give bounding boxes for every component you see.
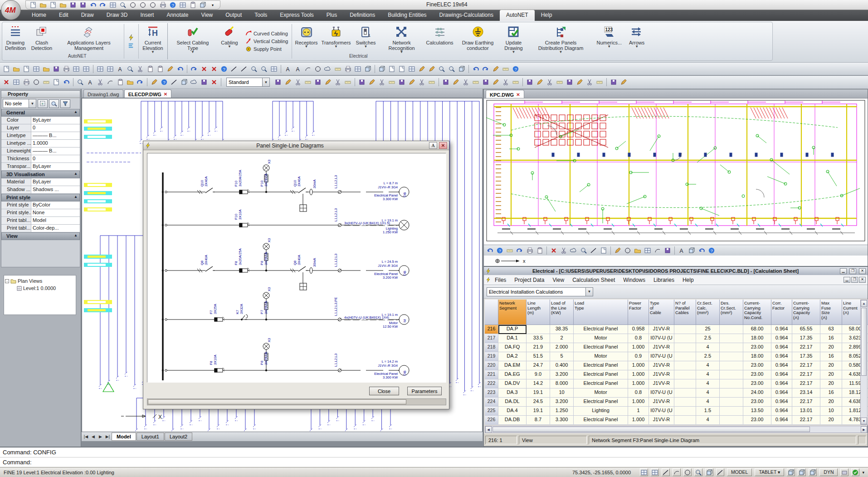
dialog-titlebar[interactable]: Panel Single-Line Diagrams A ✕ [143,141,449,150]
kpc-tool-icon-13[interactable] [623,246,632,255]
table-cell[interactable]: Electrical Panel [574,416,628,425]
collapse-icon[interactable]: ▲ [74,110,78,116]
layout-tab-layout1[interactable]: Layout1 [137,433,164,441]
table-cell[interactable]: 63 [820,325,842,334]
table-cell[interactable]: Electrical Panel [574,398,628,407]
chevron-down-icon[interactable]: ▼ [29,99,36,108]
mdi-close-button[interactable]: ✕ [859,277,866,283]
join-icon[interactable] [170,78,179,87]
hand-icon[interactable] [427,64,436,74]
table-cell[interactable] [720,407,743,416]
table-cell[interactable]: 33.5 [527,334,550,343]
menu-item-drawings-calculations[interactable]: Drawings-Calculations [433,10,500,21]
dim-radius-icon[interactable] [303,78,312,87]
offset-icon[interactable] [76,78,85,87]
table-cell[interactable]: 0.964 [771,343,792,352]
menu-item-plus[interactable]: Plus [320,10,343,21]
ole-icon[interactable] [461,78,470,87]
home-3d-icon[interactable] [198,0,207,10]
xref-icon[interactable] [441,78,450,87]
table-cell[interactable]: 1.5 [696,407,720,416]
annotation-vis-icon[interactable] [798,468,806,476]
table-cell[interactable]: 16 [820,334,842,343]
draw-earthing-button[interactable]: Draw Earthing conductor [455,22,501,60]
table-cell[interactable] [720,416,743,425]
bld-file-icon[interactable] [29,0,38,10]
grid-icon[interactable] [651,468,659,476]
scrollbar-thumb[interactable] [861,308,867,376]
table-cell[interactable]: J1VV-R [649,343,674,352]
kpc-tool-icon-8[interactable] [569,246,578,255]
table-cell[interactable]: DA.3 [498,388,527,398]
table-cell[interactable]: J1VV-R [649,416,674,425]
calculation-type-combo[interactable]: Electrical Installation Calculations ▼ [487,287,593,296]
arrow-ne-icon[interactable] [471,64,480,74]
command-input-line[interactable]: Command: [0,457,868,467]
online-status-icon[interactable] [851,468,859,476]
layer-walk-icon[interactable] [407,64,416,74]
lines-button[interactable] [128,42,135,49]
table-cell[interactable]: 22.17 [792,379,820,388]
quick-select-button[interactable] [49,99,59,108]
table-cell[interactable]: 23.00 [743,416,771,425]
table-cell[interactable]: 38.35 [550,325,574,334]
kpc-tool-icon-1[interactable]: ? [495,246,504,255]
table-cell[interactable]: DA.FQ [498,343,527,352]
scroll-left-button[interactable]: ◀ [485,426,492,433]
table-cell[interactable]: 22.17 [792,370,820,379]
redo-icon[interactable] [190,64,199,74]
mirror-icon[interactable] [62,78,71,87]
table-header-5[interactable]: Type of Cable [649,300,674,325]
table-cell[interactable]: 4 [696,398,720,407]
undo-icon[interactable] [176,64,185,74]
app-logo-icon[interactable]: 4M [1,0,21,20]
quick-calc-icon[interactable] [575,78,584,87]
select-objects-button[interactable]: + [38,99,48,108]
pencil-icon[interactable] [417,64,426,74]
table-cell[interactable]: 13.01 [792,407,820,416]
restore-button[interactable]: ❐ [849,268,856,274]
layout-tab-model[interactable]: Model [112,433,136,441]
table-header-8[interactable]: Des. Cr.Sect. (mm²) [720,300,743,325]
layout-nav-2[interactable]: ▶ [97,434,104,439]
close-button[interactable]: Close [369,387,399,395]
table-cell[interactable]: DA.1 [498,334,527,343]
screen-layout-icon[interactable] [178,0,187,10]
property-section-print-style[interactable]: Print style▲ [1,194,80,202]
menu-item-building-entities[interactable]: Building Entities [381,10,433,21]
bld-open-icon[interactable] [39,0,48,10]
table-cell[interactable]: 4 [696,416,720,425]
grid-b-icon[interactable] [106,64,115,74]
table-cell[interactable] [674,334,696,343]
table-cell[interactable]: 23.00 [743,343,771,352]
pencil2-icon[interactable] [12,78,21,87]
table-cell[interactable]: 23.00 [743,379,771,388]
model-toggle[interactable]: MODEL [727,468,752,476]
dim-style-icon[interactable] [367,78,376,87]
info-icon[interactable]: ? [511,64,520,74]
close-button[interactable]: ✕ [859,268,866,274]
table-cell[interactable] [674,352,696,361]
pan-icon[interactable] [259,64,268,74]
calc-menu-view[interactable]: View [548,275,568,285]
table-cell[interactable] [720,334,743,343]
table-cell[interactable]: 0.964 [771,352,792,361]
table-cell[interactable]: 1.000 [628,379,649,388]
table-cell[interactable]: 21.9 [527,343,550,352]
table-cell[interactable]: 8.000 [550,379,574,388]
table-cell[interactable]: 10 [550,388,574,398]
table-cell[interactable]: 2.000 [550,343,574,352]
ducs-icon[interactable] [705,468,713,476]
table-cell[interactable]: 22.17 [792,361,820,370]
table-cell[interactable]: 0.964 [771,379,792,388]
layout-nav-1[interactable]: ◀ [90,434,97,439]
center-mark-icon[interactable] [343,78,352,87]
kpc-tool-icon-15[interactable] [643,246,652,255]
table-cell[interactable]: 24.7 [527,361,550,370]
numerics--button[interactable]: 123Numerics...▼ [595,22,624,60]
table-cell[interactable]: 68.00 [743,325,771,334]
menu-item-autonet[interactable]: AutoNET [500,10,535,21]
corner-icon[interactable] [22,78,31,87]
drawing-tab-kpc-dwg[interactable]: KPC.DWG✕ [486,90,524,98]
menu-item-edit[interactable]: Edit [53,10,75,21]
